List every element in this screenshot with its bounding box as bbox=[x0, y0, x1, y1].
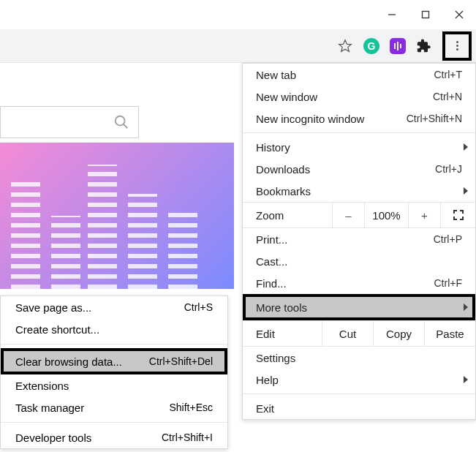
edit-label: Edit bbox=[243, 328, 322, 340]
menu-shortcut: Ctrl+Shift+N bbox=[407, 113, 462, 124]
menu-label: Downloads bbox=[256, 163, 435, 176]
zoom-in-button[interactable]: + bbox=[408, 203, 440, 227]
menu-item-edit: Edit Cut Copy Paste bbox=[243, 320, 475, 347]
chrome-menu-button[interactable] bbox=[442, 31, 472, 61]
submenu-arrow-icon bbox=[464, 187, 468, 195]
submenu-label: Task manager bbox=[15, 402, 169, 414]
menu-item-help[interactable]: Help bbox=[243, 369, 475, 391]
window-close-button[interactable] bbox=[442, 0, 476, 29]
grammarly-extension-icon[interactable]: G bbox=[363, 38, 379, 54]
menu-label: New incognito window bbox=[256, 113, 407, 125]
menu-item-bookmarks[interactable]: Bookmarks bbox=[243, 180, 475, 202]
svg-line-6 bbox=[124, 124, 128, 129]
submenu-separator bbox=[1, 344, 227, 344]
submenu-item-developer-tools[interactable]: Developer tools Ctrl+Shift+I bbox=[1, 426, 227, 448]
submenu-item-save-page[interactable]: Save page as... Ctrl+S bbox=[1, 296, 227, 318]
submenu-label: Save page as... bbox=[15, 301, 184, 314]
submenu-shortcut: Ctrl+Shift+Del bbox=[149, 355, 213, 367]
menu-item-new-window[interactable]: New window Ctrl+N bbox=[243, 86, 475, 108]
menu-item-print[interactable]: Print... Ctrl+P bbox=[243, 228, 475, 250]
submenu-separator bbox=[1, 422, 227, 423]
menu-label: New tab bbox=[256, 69, 434, 81]
submenu-arrow-icon bbox=[464, 376, 468, 383]
menu-item-more-tools[interactable]: More tools bbox=[243, 294, 475, 320]
window-maximize-button[interactable] bbox=[409, 0, 442, 29]
menu-label: Cast... bbox=[256, 255, 462, 268]
zoom-percent: 100% bbox=[364, 203, 408, 227]
menu-label: New window bbox=[256, 91, 433, 103]
more-tools-submenu: Save page as... Ctrl+S Create shortcut..… bbox=[0, 295, 228, 449]
menu-shortcut: Ctrl+F bbox=[434, 277, 463, 289]
menu-label: Exit bbox=[256, 402, 462, 415]
submenu-shortcut: Ctrl+S bbox=[184, 301, 213, 313]
menu-label: Print... bbox=[256, 233, 434, 246]
submenu-item-task-manager[interactable]: Task manager Shift+Esc bbox=[1, 396, 227, 418]
menu-label: More tools bbox=[256, 301, 462, 314]
menu-label: Find... bbox=[256, 277, 434, 290]
fullscreen-icon bbox=[453, 210, 464, 220]
zoom-out-button[interactable]: – bbox=[332, 203, 364, 227]
svg-point-5 bbox=[116, 116, 125, 126]
menu-separator bbox=[243, 132, 475, 133]
menu-item-settings[interactable]: Settings bbox=[243, 347, 475, 369]
bookmark-star-icon[interactable] bbox=[337, 38, 353, 54]
svg-rect-1 bbox=[423, 12, 429, 18]
menu-shortcut: Ctrl+T bbox=[434, 69, 463, 80]
zoom-label: Zoom bbox=[243, 203, 332, 227]
menu-separator bbox=[243, 393, 475, 394]
menu-label: Bookmarks bbox=[256, 185, 462, 197]
chrome-main-menu: New tab Ctrl+T New window Ctrl+N New inc… bbox=[242, 63, 476, 420]
menu-shortcut: Ctrl+J bbox=[435, 163, 462, 175]
edit-paste-button[interactable]: Paste bbox=[424, 321, 475, 346]
submenu-item-create-shortcut[interactable]: Create shortcut... bbox=[1, 318, 227, 340]
edit-cut-button[interactable]: Cut bbox=[322, 321, 373, 346]
fullscreen-button[interactable] bbox=[440, 203, 475, 227]
submenu-label: Clear browsing data... bbox=[15, 355, 149, 368]
submenu-label: Developer tools bbox=[15, 432, 162, 444]
submenu-arrow-icon bbox=[464, 143, 468, 151]
menu-shortcut: Ctrl+N bbox=[433, 91, 462, 102]
menu-label: History bbox=[256, 141, 462, 154]
submenu-shortcut: Ctrl+Shift+I bbox=[162, 432, 213, 443]
window-titlebar bbox=[0, 0, 476, 29]
page-hero-graphic bbox=[0, 143, 234, 289]
menu-item-exit[interactable]: Exit bbox=[243, 397, 475, 419]
menu-item-zoom: Zoom – 100% + bbox=[243, 202, 475, 228]
menu-item-downloads[interactable]: Downloads Ctrl+J bbox=[243, 158, 475, 180]
browser-toolbar: G bbox=[0, 29, 476, 63]
svg-marker-4 bbox=[339, 39, 352, 51]
edit-copy-button[interactable]: Copy bbox=[373, 321, 424, 346]
submenu-item-extensions[interactable]: Extensions bbox=[1, 374, 227, 396]
submenu-shortcut: Shift+Esc bbox=[169, 402, 213, 413]
menu-item-history[interactable]: History bbox=[243, 136, 475, 158]
menu-item-new-incognito[interactable]: New incognito window Ctrl+Shift+N bbox=[243, 108, 475, 129]
submenu-label: Extensions bbox=[15, 380, 213, 392]
menu-label: Help bbox=[256, 374, 462, 386]
search-icon bbox=[113, 114, 129, 130]
submenu-item-clear-browsing-data[interactable]: Clear browsing data... Ctrl+Shift+Del bbox=[1, 348, 227, 374]
menu-item-new-tab[interactable]: New tab Ctrl+T bbox=[243, 64, 475, 86]
menu-item-cast[interactable]: Cast... bbox=[243, 250, 475, 272]
menu-item-find[interactable]: Find... Ctrl+F bbox=[243, 272, 475, 294]
purple-extension-icon[interactable] bbox=[390, 38, 406, 54]
menu-label: Settings bbox=[256, 352, 462, 364]
page-search-input[interactable] bbox=[0, 106, 139, 138]
menu-shortcut: Ctrl+P bbox=[434, 233, 462, 245]
submenu-arrow-icon bbox=[464, 304, 468, 311]
window-minimize-button[interactable] bbox=[375, 0, 409, 29]
submenu-label: Create shortcut... bbox=[15, 323, 213, 336]
extensions-puzzle-icon[interactable] bbox=[416, 38, 432, 54]
